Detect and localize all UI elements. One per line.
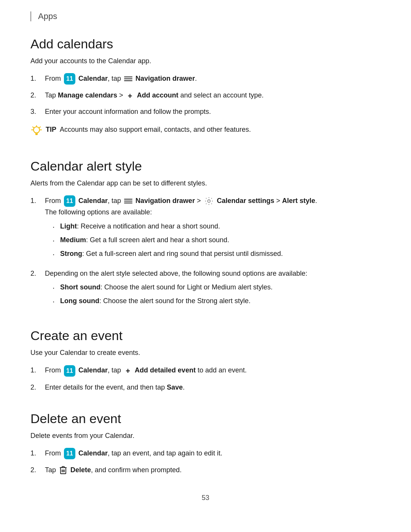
strong-text: : Get a full-screen alert and ring sound… [82,250,283,257]
steps-list-alert-style: 1. From 11 Calendar, tap Navigation draw… [30,195,381,310]
long-sound-label: Long sound [60,297,99,305]
section-calendar-alert-style: Calendar alert style Alerts from the Cal… [30,159,381,310]
add-detailed-event-icon: + [124,367,132,375]
bullet-item: · Long sound: Choose the alert sound for… [53,296,381,307]
nav-drawer-label: Navigation drawer [135,75,195,82]
step-content: Tap Delete, and confir [45,465,381,476]
step-number: 2. [30,90,45,101]
step2-text: Depending on the alert style selected ab… [45,270,307,277]
section-subtitle-alert-style: Alerts from the Calendar app can be set … [30,178,381,189]
add-detailed-event-label: Add detailed event [135,366,196,374]
medium-text: : Get a full screen alert and hear a sho… [86,236,229,244]
calendar-label: Calendar [78,197,108,204]
nav-drawer-icon [124,75,132,82]
add-icon: + [126,92,134,100]
calendar-icon: 11 [64,448,75,459]
step-item: 3. Enter your account information and fo… [30,106,381,117]
calendar-label: Calendar [78,366,108,374]
svg-point-6 [207,200,210,202]
steps-list-delete-event: 1. From 11 Calendar, tap an event, and t… [30,448,381,476]
bullet-content: Long sound: Choose the alert sound for t… [60,296,250,307]
bullet-item: · Medium: Get a full screen alert and he… [53,235,381,246]
svg-point-0 [33,127,40,133]
step-content: From 11 Calendar, tap an event, and tap … [45,448,381,459]
bullet-dot: · [53,235,60,246]
bullet-item: · Light: Receive a notification and hear… [53,221,381,232]
step-number: 2. [30,382,45,393]
section-add-calendars: Add calendars Add your accounts to the C… [30,37,381,141]
bullet-dot: · [53,221,60,232]
add-account-label: Add account [137,91,178,99]
calendar-icon: 11 [64,73,75,85]
page-number: 53 [30,494,381,502]
section-create-event: Create an event Use your Calendar to cre… [30,328,381,393]
short-sound-label: Short sound [60,283,100,291]
step-content: Depending on the alert style selected ab… [45,268,381,310]
bullet-dot: · [53,296,60,307]
short-sound-text: : Choose the alert sound for Light or Me… [100,283,272,291]
bullet-dot: · [53,248,60,260]
step-content: From 11 Calendar, tap + Add detailed eve… [45,365,381,376]
section-title-add-calendars: Add calendars [30,37,381,51]
step-item: 2. Tap Manage calendars > + Add account … [30,90,381,101]
page-header: Apps [30,11,381,21]
lightbulb-icon [30,125,43,137]
step-number: 1. [30,195,45,206]
bullet-dot: · [53,282,60,293]
bullet-content: Strong: Get a full-screen alert and ring… [60,248,283,259]
step-item: 2. Enter details for the event, and then… [30,382,381,393]
bullet-content: Short sound: Choose the alert sound for … [60,282,272,293]
tip-text: TIP Accounts may also support email, con… [46,124,251,135]
bullet-content: Light: Receive a notification and hear a… [60,221,220,232]
step-number: 2. [30,268,45,279]
calendar-settings-label: Calendar settings [217,197,274,204]
page-header-title: Apps [38,11,57,21]
tip-content: Accounts may also support email, contact… [60,126,251,133]
save-label: Save [167,383,183,391]
step-number: 1. [30,448,45,459]
section-title-delete-event: Delete an event [30,411,381,426]
step-item: 1. From 11 Calendar, tap Navigation draw… [30,73,381,85]
step-number: 1. [30,73,45,84]
steps-list-create-event: 1. From 11 Calendar, tap + Add detailed … [30,365,381,393]
svg-line-2 [33,127,34,128]
bullet-content: Medium: Get a full screen alert and hear… [60,235,229,246]
steps-list-add-calendars: 1. From 11 Calendar, tap Navigation draw… [30,73,381,117]
step-item: 2. Tap [30,465,381,476]
bullet-item: · Strong: Get a full-screen alert and ri… [53,248,381,260]
step-content: Enter details for the event, and then ta… [45,382,381,393]
step-number: 2. [30,465,45,476]
section-delete-event: Delete an event Delete events from your … [30,411,381,476]
section-title-create-event: Create an event [30,328,381,343]
tip-box: TIP Accounts may also support email, con… [30,124,381,141]
step-content: From 11 Calendar, tap Navigation drawer … [45,195,381,263]
calendar-label: Calendar [78,449,108,457]
calendar-icon: 11 [64,195,75,207]
nav-drawer-icon [124,198,132,204]
manage-calendars-label: Manage calendars [58,91,117,99]
medium-label: Medium [60,236,86,244]
step-number: 1. [30,365,45,376]
step-item: 1. From 11 Calendar, tap + Add detailed … [30,365,381,376]
delete-label: Delete [70,466,91,474]
step-item: 1. From 11 Calendar, tap Navigation draw… [30,195,381,263]
step-content: From 11 Calendar, tap Navigation drawer. [45,73,381,85]
section-subtitle-add-calendars: Add your accounts to the Calendar app. [30,56,381,66]
long-sound-text: : Choose the alert sound for the Strong … [99,297,250,305]
light-text: : Receive a notification and hear a shor… [77,222,220,230]
calendar-label: Calendar [78,75,108,82]
step-content: Enter your account information and follo… [45,106,381,117]
bullet-item: · Short sound: Choose the alert sound fo… [53,282,381,293]
tip-icon-wrap [30,125,43,141]
step-item: 2. Depending on the alert style selected… [30,268,381,310]
bullet-list-alert-options: · Light: Receive a notification and hear… [53,221,381,260]
trash-icon [59,465,67,475]
section-title-alert-style: Calendar alert style [30,159,381,174]
step-item: 1. From 11 Calendar, tap an event, and t… [30,448,381,459]
section-subtitle-delete-event: Delete events from your Calendar. [30,431,381,441]
strong-label: Strong [60,250,82,257]
calendar-icon: 11 [64,365,75,377]
page-container: Apps Add calendars Add your accounts to … [0,0,411,532]
section-subtitle-create-event: Use your Calendar to create events. [30,348,381,358]
step-number: 3. [30,106,45,117]
